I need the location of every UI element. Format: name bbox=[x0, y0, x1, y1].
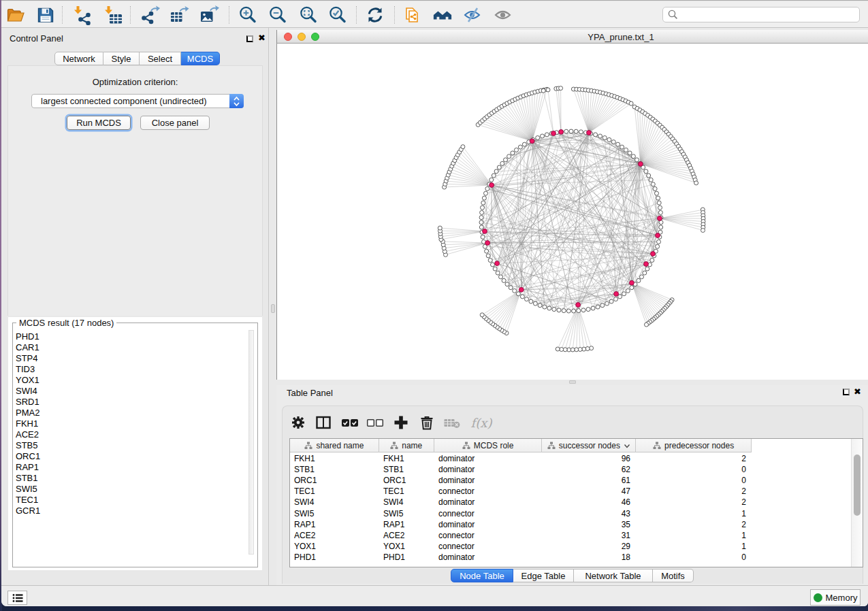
mcds-result-item[interactable]: SRD1 bbox=[14, 397, 251, 408]
select-all-columns-icon[interactable] bbox=[340, 412, 360, 433]
graph-node[interactable] bbox=[640, 275, 644, 279]
graph-dominator-node[interactable] bbox=[519, 287, 524, 292]
graph-node[interactable] bbox=[572, 309, 576, 313]
graph-node[interactable] bbox=[653, 186, 657, 191]
table-cell-predecessor_nodes[interactable]: 0 bbox=[637, 464, 746, 475]
table-settings-icon[interactable] bbox=[288, 412, 308, 433]
float-panel-icon[interactable] bbox=[246, 35, 253, 42]
horizontal-splitter-grip[interactable] bbox=[569, 380, 576, 384]
graph-node[interactable] bbox=[579, 130, 583, 134]
table-cell-name[interactable]: SWI4 bbox=[383, 497, 434, 508]
table-row[interactable]: FKH1FKH1dominator962 bbox=[290, 453, 850, 464]
graph-node[interactable] bbox=[624, 148, 628, 152]
run-mcds-button[interactable]: Run MCDS bbox=[67, 116, 131, 130]
table-cell-shared_name[interactable]: ORC1 bbox=[294, 475, 379, 486]
mcds-result-list[interactable]: PHD1CAR1STP4TID3YOX1SWI4SRD1PMA2FKH1ACE2… bbox=[14, 331, 251, 565]
graph-leaf-node[interactable] bbox=[546, 88, 550, 92]
table-cell-name[interactable]: YOX1 bbox=[383, 541, 434, 552]
graph-node[interactable] bbox=[581, 308, 585, 312]
graph-dominator-node[interactable] bbox=[495, 261, 500, 266]
column-header-shared-name[interactable]: shared name bbox=[290, 439, 379, 452]
deselect-all-columns-icon[interactable] bbox=[365, 412, 385, 433]
mcds-result-item[interactable]: SWI4 bbox=[14, 386, 251, 397]
graph-node[interactable] bbox=[525, 297, 529, 301]
table-cell-shared_name[interactable]: SWI4 bbox=[294, 497, 379, 508]
graph-leaf-node[interactable] bbox=[556, 347, 560, 351]
graph-node[interactable] bbox=[649, 178, 653, 182]
show-all-icon[interactable] bbox=[432, 5, 453, 25]
mcds-result-item[interactable]: STB1 bbox=[14, 473, 251, 484]
mcds-result-item[interactable]: TEC1 bbox=[14, 495, 251, 506]
table-cell-successor_nodes[interactable]: 29 bbox=[543, 541, 630, 552]
table-row[interactable]: RAP1RAP1dominator352 bbox=[290, 519, 850, 530]
save-session-icon[interactable] bbox=[35, 5, 56, 25]
table-row[interactable]: PHD1PHD1dominator180 bbox=[290, 552, 850, 563]
maximize-window-icon[interactable] bbox=[311, 33, 319, 41]
graph-node[interactable] bbox=[497, 165, 501, 169]
graph-node[interactable] bbox=[628, 151, 632, 155]
table-cell-shared_name[interactable]: FKH1 bbox=[294, 453, 379, 464]
graph-dominator-node[interactable] bbox=[483, 229, 487, 234]
graph-leaf-node[interactable] bbox=[438, 226, 442, 230]
export-table-icon[interactable] bbox=[169, 5, 189, 25]
graph-node[interactable] bbox=[605, 301, 609, 306]
graph-node[interactable] bbox=[614, 297, 618, 301]
mcds-result-item[interactable]: SWI5 bbox=[14, 484, 251, 495]
graph-node[interactable] bbox=[650, 259, 654, 263]
graph-node[interactable] bbox=[481, 201, 485, 205]
graph-leaf-node[interactable] bbox=[590, 346, 594, 350]
table-cell-successor_nodes[interactable]: 62 bbox=[543, 464, 630, 475]
graph-dominator-node[interactable] bbox=[639, 162, 643, 167]
optimization-criterion-select[interactable]: largest connected component (undirected) bbox=[31, 94, 244, 108]
graph-node[interactable] bbox=[564, 129, 568, 133]
graph-node[interactable] bbox=[630, 286, 634, 290]
graph-dominator-node[interactable] bbox=[614, 292, 619, 297]
graph-node[interactable] bbox=[491, 263, 495, 267]
table-cell-successor_nodes[interactable]: 46 bbox=[543, 497, 630, 508]
graph-node[interactable] bbox=[489, 178, 494, 182]
tab-edge-table[interactable]: Edge Table bbox=[513, 569, 574, 582]
graph-dominator-node[interactable] bbox=[530, 139, 534, 144]
table-cell-predecessor_nodes[interactable]: 1 bbox=[637, 508, 746, 519]
graph-node[interactable] bbox=[566, 309, 570, 313]
table-cell-name[interactable]: FKH1 bbox=[383, 453, 434, 464]
import-table-icon[interactable] bbox=[103, 5, 124, 25]
table-cell-predecessor_nodes[interactable]: 1 bbox=[637, 541, 746, 552]
graph-node[interactable] bbox=[479, 225, 483, 229]
graph-node[interactable] bbox=[541, 134, 545, 138]
table-cell-mcds_role[interactable]: dominator bbox=[438, 552, 543, 563]
graph-node[interactable] bbox=[577, 309, 581, 313]
show-selected-icon[interactable] bbox=[493, 5, 513, 25]
graph-node[interactable] bbox=[515, 148, 519, 152]
zoom-in-icon[interactable] bbox=[238, 5, 258, 25]
tab-network[interactable]: Network bbox=[54, 52, 103, 65]
table-cell-name[interactable]: PHD1 bbox=[383, 552, 434, 563]
table-cell-mcds_role[interactable]: dominator bbox=[438, 497, 543, 508]
export-network-icon[interactable] bbox=[140, 5, 160, 25]
graph-dominator-node[interactable] bbox=[587, 131, 592, 135]
table-cell-shared_name[interactable]: PHD1 bbox=[294, 552, 379, 563]
graph-dominator-node[interactable] bbox=[551, 131, 556, 136]
graph-node[interactable] bbox=[482, 196, 486, 200]
graph-node[interactable] bbox=[600, 303, 605, 308]
tab-style[interactable]: Style bbox=[103, 52, 140, 65]
table-scrollbar-thumb[interactable] bbox=[854, 455, 861, 516]
tab-network-table[interactable]: Network Table bbox=[574, 569, 653, 582]
graph-node[interactable] bbox=[488, 259, 492, 263]
graph-node[interactable] bbox=[545, 133, 549, 137]
table-cell-successor_nodes[interactable]: 35 bbox=[543, 519, 630, 530]
table-cell-shared_name[interactable]: TEC1 bbox=[294, 486, 379, 497]
graph-node[interactable] bbox=[500, 161, 504, 165]
column-header-MCDS-role[interactable]: MCDS role bbox=[434, 439, 543, 452]
graph-node[interactable] bbox=[622, 292, 626, 296]
table-cell-shared_name[interactable]: YOX1 bbox=[294, 541, 379, 552]
tab-node-table[interactable]: Node Table bbox=[451, 569, 513, 582]
table-row[interactable]: TEC1TEC1connector472 bbox=[290, 486, 850, 497]
graph-node[interactable] bbox=[598, 134, 602, 138]
graph-node[interactable] bbox=[499, 275, 503, 279]
tab-mcds[interactable]: MCDS bbox=[181, 52, 220, 65]
clone-network-icon[interactable] bbox=[402, 5, 422, 25]
table-cell-predecessor_nodes[interactable]: 2 bbox=[637, 519, 746, 530]
graph-node[interactable] bbox=[536, 136, 540, 140]
graph-node[interactable] bbox=[569, 129, 573, 133]
